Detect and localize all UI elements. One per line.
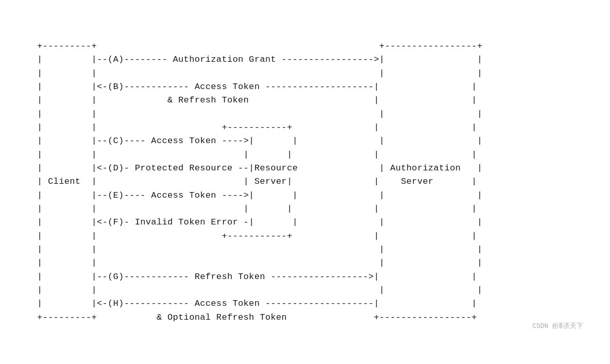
watermark: CSDN @泽济天下 bbox=[532, 321, 583, 331]
diagram-content: +---------+ +-----------------+ | |--(A)… bbox=[37, 40, 573, 324]
diagram-container: +---------+ +-----------------+ | |--(A)… bbox=[22, 29, 588, 335]
